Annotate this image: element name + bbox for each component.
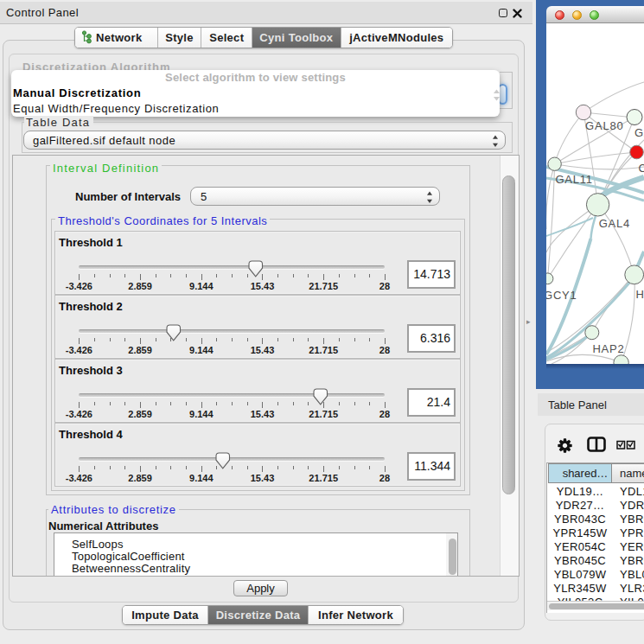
- svg-text:GAL4: GAL4: [599, 217, 630, 230]
- svg-text:GAL80: GAL80: [585, 119, 623, 132]
- svg-text:GCY1: GCY1: [546, 289, 577, 302]
- svg-text:GAL11: GAL11: [555, 173, 593, 186]
- svg-text:C: C: [639, 162, 644, 175]
- svg-text:HAP2: HAP2: [592, 342, 624, 355]
- svg-text:H: H: [636, 288, 644, 301]
- svg-text:GA: GA: [634, 126, 644, 139]
